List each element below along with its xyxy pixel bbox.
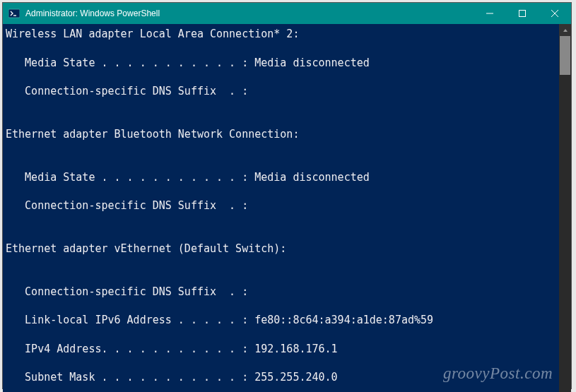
titlebar-buttons — [474, 3, 571, 24]
scroll-track[interactable] — [559, 36, 571, 392]
minimize-icon — [486, 10, 493, 17]
maximize-icon — [519, 10, 526, 17]
maximize-button[interactable] — [506, 3, 539, 24]
svg-rect-0 — [8, 9, 20, 18]
chevron-up-icon — [563, 28, 568, 32]
output-line: Media State . . . . . . . . . . . : Medi… — [6, 56, 556, 70]
terminal-container: Wireless LAN adapter Local Area Connecti… — [3, 24, 571, 392]
output-line: Subnet Mask . . . . . . . . . . . : 255.… — [6, 370, 556, 384]
close-button[interactable] — [539, 3, 571, 24]
output-line: Media State . . . . . . . . . . . : Medi… — [6, 170, 556, 184]
output-line: Connection-specific DNS Suffix . : — [6, 84, 556, 98]
powershell-icon — [8, 8, 20, 19]
minimize-button[interactable] — [474, 3, 506, 24]
svg-rect-2 — [519, 11, 526, 17]
terminal[interactable]: Wireless LAN adapter Local Area Connecti… — [3, 24, 559, 392]
scroll-up-button[interactable] — [559, 24, 571, 36]
output-line: IPv4 Address. . . . . . . . . . . : 192.… — [6, 342, 556, 356]
close-icon — [551, 10, 558, 17]
output-line: Ethernet adapter vEthernet (Default Swit… — [6, 242, 556, 256]
scroll-thumb[interactable] — [560, 36, 570, 75]
window-title: Administrator: Windows PowerShell — [25, 8, 474, 18]
output-line: Link-local IPv6 Address . . . . . : fe80… — [6, 313, 556, 327]
output-line: Ethernet adapter Bluetooth Network Conne… — [6, 127, 556, 141]
output-line: Connection-specific DNS Suffix . : — [6, 285, 556, 299]
output-line: Wireless LAN adapter Local Area Connecti… — [6, 27, 556, 41]
output-line: Connection-specific DNS Suffix . : — [6, 198, 556, 213]
vertical-scrollbar[interactable] — [559, 24, 571, 392]
titlebar[interactable]: Administrator: Windows PowerShell — [3, 3, 571, 24]
powershell-window: Administrator: Windows PowerShell Wirele… — [2, 2, 572, 389]
